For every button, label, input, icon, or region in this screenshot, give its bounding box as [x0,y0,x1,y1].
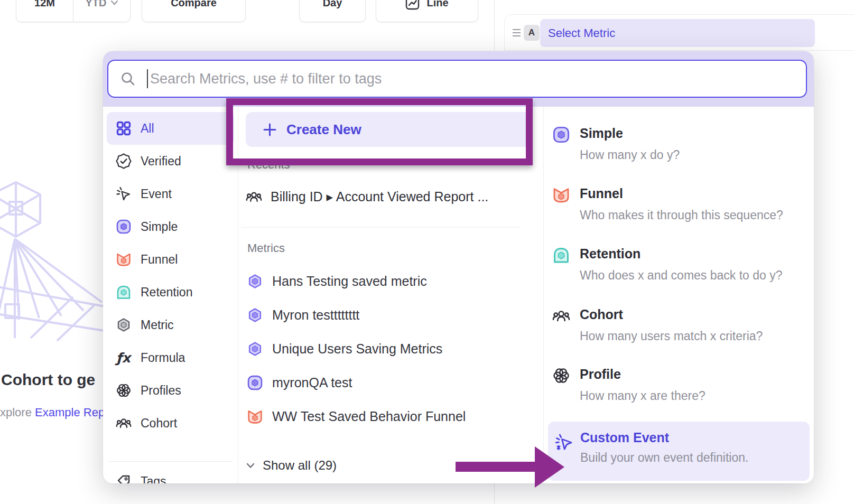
sidebar-item-simple[interactable]: Simple [107,210,234,243]
type-title: Retention [580,246,814,262]
metric-list-item[interactable]: WW Test Saved Behavior Funnel [247,399,466,433]
retention-icon [115,284,132,300]
sidebar-item-metric[interactable]: Metric [107,309,234,341]
metric-item-label: Unique Users Saving Metrics [272,341,442,357]
sidebar-item-label: Metric [141,318,174,332]
type-title: Simple [580,126,814,141]
sidebar-item-label: Funnel [141,253,178,267]
sidebar-item-label: Retention [141,285,192,300]
type-card-funnel[interactable]: Funnel Who makes it through this sequenc… [544,186,814,222]
text-caret [147,69,148,88]
filter-sidebar: All Verified Event Simple [103,107,238,483]
simple-metric-icon [115,219,132,235]
custom-event-arrow-head [535,446,564,488]
saved-metric-hexagon-icon [247,307,263,323]
granularity-label: Day [323,0,342,9]
formula-fx-icon: ƒx [115,350,132,366]
date-range-ytd-button[interactable]: YTD [73,0,130,22]
type-card-custom-event[interactable]: Custom Event Build your own event defini… [548,422,810,481]
type-card-profile[interactable]: Profile How many x are there? [544,367,814,403]
line-chart-icon [405,0,420,10]
type-title: Cohort [580,307,814,322]
sidebar-item-verified[interactable]: Verified [107,145,234,178]
funnel-icon [247,408,263,425]
sidebar-item-label: All [141,122,154,136]
simple-metric-icon [552,126,570,144]
profiles-flower-icon [115,382,132,398]
compare-label: Compare [171,0,217,9]
saved-metric-hexagon-icon [247,341,263,357]
type-title: Custom Event [580,430,810,445]
metric-item-label: Myron testttttttt [272,307,359,323]
sidebar-item-tags[interactable]: Tags [107,465,234,483]
type-description: Who does x and comes back to do y? [580,268,814,283]
type-card-cohort[interactable]: Cohort How many users match x criteria? [544,307,814,343]
empty-state-heading-fragment: Cohort to ge [1,371,95,389]
saved-metric-hexagon-icon [247,273,263,290]
type-title: Profile [580,367,814,382]
metric-list-item[interactable]: Myron testttttttt [247,298,359,332]
type-card-simple[interactable]: Simple How many x do y? [544,126,814,162]
sidebar-item-label: Tags [141,474,166,484]
verified-badge-icon [115,153,132,169]
metric-list-item[interactable]: Hans Testing saved metric [247,264,427,298]
sidebar-item-label: Simple [141,220,178,234]
create-new-highlight-box [226,98,533,165]
grid-icon [115,120,132,136]
search-input[interactable] [150,71,806,87]
type-description: How many x do y? [580,148,814,162]
funnel-icon [115,251,132,267]
metrics-header: Metrics [247,241,285,255]
sidebar-item-cohort[interactable]: Cohort [107,407,234,440]
sidebar-item-funnel[interactable]: Funnel [107,243,234,276]
type-description: Who makes it through this sequence? [580,208,814,222]
cohort-people-icon [246,189,262,205]
search-box[interactable] [107,60,807,98]
sidebar-item-all[interactable]: All [107,112,234,145]
cohort-people-icon [552,307,570,325]
simple-metric-icon [247,375,263,391]
date-range-control[interactable]: 12M YTD [16,0,131,22]
recent-item-label: Billing ID ▸ Account Viewed Report ... [271,189,488,204]
sidebar-item-label: Profiles [141,384,181,398]
sidebar-item-label: Cohort [141,416,177,431]
select-metric-field[interactable]: Select Metric [540,19,815,47]
section-divider [241,227,519,228]
chevron-down-icon [246,462,255,469]
show-all-button[interactable]: Show all (29) [246,455,337,475]
profiles-flower-icon [552,367,570,385]
sidebar-item-retention[interactable]: Retention [107,276,234,309]
chart-type-button[interactable]: Line [376,0,478,22]
explore-prefix: xplore [0,406,35,419]
metric-hexagon-icon [115,317,132,333]
sidebar-item-label: Formula [141,351,185,365]
type-description: How many users match x criteria? [580,329,814,343]
sidebar-item-profiles[interactable]: Profiles [107,374,234,407]
compare-button[interactable]: Compare [142,0,246,22]
type-description: How many x are there? [580,389,814,403]
sidebar-divider [108,461,233,462]
app-screen: 12M YTD Compare Day Line A Select Metric [0,0,854,504]
chevron-down-icon [110,0,118,5]
series-badge: A [524,25,540,41]
cohort-people-icon [115,415,132,431]
date-range-12m-button[interactable]: 12M [16,0,73,22]
sidebar-item-formula[interactable]: ƒx Formula [107,341,234,374]
sidebar-item-event[interactable]: Event [107,178,234,210]
recent-item[interactable]: Billing ID ▸ Account Viewed Report ... [246,183,488,210]
sidebar-item-label: Event [141,187,172,201]
metric-item-label: myronQA test [272,375,352,390]
metric-item-label: Hans Testing saved metric [272,274,427,289]
metric-list-item[interactable]: myronQA test [247,366,352,399]
granularity-button[interactable]: Day [299,0,366,22]
funnel-icon [552,186,570,204]
custom-event-arrow [456,462,537,472]
drag-handle-icon[interactable] [513,29,521,36]
retention-icon [552,246,570,264]
metric-list-item[interactable]: Unique Users Saving Metrics [247,332,442,366]
wireframe-illustration [0,174,107,343]
date-range-12m-label: 12M [34,0,55,9]
type-card-retention[interactable]: Retention Who does x and comes back to d… [544,246,814,283]
event-cursor-icon [115,186,132,202]
show-all-label: Show all (29) [263,458,337,473]
